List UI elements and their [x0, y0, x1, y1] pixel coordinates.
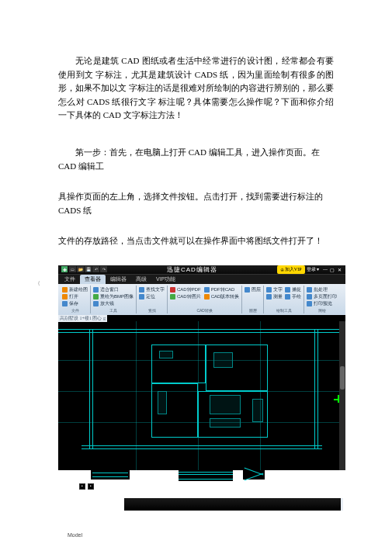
ribbon-group-convert: CAD转PDF CAD转图片 PDF转CAD CAD版本转换 CAD转换 — [168, 286, 242, 313]
ribbon-bmp[interactable]: 重绘为BMP图像 — [93, 293, 134, 300]
titlebar: ✚ ▭ 📂 💾 ↶ ↷ 迅捷CAD编辑器 ♔加入VIP 登录 ▾ ― ▢ ✕ — [58, 265, 345, 275]
group-label-tools: 工具 — [93, 308, 134, 313]
bmp-icon — [93, 294, 99, 300]
ribbon: 新建绘图 打开 保存 文件 适合窗口 重绘为BMP图像 放大镜 工具 查找文字 … — [58, 284, 345, 315]
fragment-icon-2: ▪ — [88, 483, 94, 490]
maximize-icon[interactable]: ▢ — [329, 266, 335, 272]
ribbon-group-annot: 文字 测量 捕捉 手绘 绘制工具 — [264, 286, 304, 313]
model-tab[interactable]: Model — [68, 532, 82, 538]
close-icon[interactable]: ✕ — [336, 266, 342, 272]
login-button[interactable]: 登录 ▾ — [307, 266, 320, 273]
vip-button[interactable]: ♔加入VIP — [277, 265, 305, 274]
screenshot-fragments: ▪ ▪ Model — [58, 470, 334, 544]
layer-icon — [245, 287, 250, 293]
save-icon — [62, 301, 68, 306]
step1-line-a: 第一步：首先，在电脑上打开 CAD 编辑工具，进入操作页面。在 CAD 编辑工 — [23, 146, 369, 173]
ribbon-findtext[interactable]: 查找文字 — [139, 286, 165, 293]
drawing-canvas[interactable]: 高别墅设 1+楼1 图心 g — [58, 315, 345, 470]
ribbon-save[interactable]: 保存 — [62, 300, 88, 307]
ribbon-layer[interactable]: 图层 — [245, 286, 261, 293]
group-label-annot: 绘制工具 — [266, 308, 301, 313]
tab-file[interactable]: 文件 — [60, 275, 80, 284]
batch-icon — [307, 287, 312, 293]
magnify-icon — [93, 301, 99, 306]
ribbon-fit[interactable]: 适合窗口 — [93, 286, 134, 293]
tab-advanced[interactable]: 高级 — [131, 275, 151, 284]
step1-line-c: 文件的存放路径，当点击文件就可以在操作界面中将图纸文件打开了！ — [23, 234, 369, 248]
ver-icon — [204, 294, 210, 300]
app-window: ✚ ▭ 📂 💾 ↶ ↷ 迅捷CAD编辑器 ♔加入VIP 登录 ▾ ― ▢ ✕ — [58, 265, 345, 470]
intro-paragraph: 无论是建筑 CAD 图纸或者生活中经常进行的设计图，经常都会有要使用到文 字标注… — [23, 54, 369, 123]
find-icon — [139, 287, 144, 293]
qat-save-icon[interactable]: 💾 — [85, 266, 92, 272]
ribbon-cadver[interactable]: CAD版本转换 — [204, 293, 240, 300]
group-label-convert: CAD转换 — [170, 308, 239, 313]
qat-new-icon[interactable]: ▭ — [69, 266, 76, 272]
hand-icon — [285, 294, 290, 300]
ribbon-magnify[interactable]: 放大镜 — [93, 300, 134, 307]
pdf2cad-icon — [204, 287, 210, 293]
ribbon-cad2img[interactable]: CAD转图片 — [170, 293, 201, 300]
print-icon — [307, 294, 312, 300]
ribbon-tabs: 文件 查看器 编辑器 高级 VIP功能 — [58, 275, 345, 284]
fragment-icon-1: ▪ — [79, 483, 85, 490]
group-label-file: 文件 — [62, 308, 88, 313]
minimize-icon[interactable]: ― — [322, 266, 328, 272]
tab-vip[interactable]: VIP功能 — [151, 275, 180, 284]
group-label-batch: 测绘 — [307, 308, 337, 313]
app-icon: ✚ — [61, 266, 68, 272]
side-marker: （ — [35, 279, 40, 287]
ribbon-locate[interactable]: 定位 — [139, 293, 165, 300]
open-icon — [62, 294, 68, 300]
img-icon — [170, 294, 175, 300]
ribbon-new[interactable]: 新建绘图 — [62, 286, 88, 293]
ribbon-group-layer: 图层 图层 — [242, 286, 264, 313]
pdf-icon — [170, 287, 175, 293]
drawing-content — [58, 321, 345, 470]
ribbon-pdf2cad[interactable]: PDF转CAD — [204, 286, 240, 293]
vertical-scrollbar[interactable] — [339, 321, 345, 470]
group-label-layer: 图层 — [245, 308, 261, 313]
ribbon-text[interactable]: 文字 — [266, 286, 283, 293]
text-icon — [266, 287, 272, 293]
scroll-thumb[interactable] — [340, 366, 345, 390]
tab-viewer[interactable]: 查看器 — [80, 275, 106, 284]
ribbon-multiprint[interactable]: 多页面打印 — [307, 293, 337, 300]
vip-label: 加入VIP — [285, 266, 302, 273]
locate-icon — [139, 294, 144, 300]
statusbar-fragment — [124, 498, 342, 511]
ribbon-snap[interactable]: 捕捉 — [285, 286, 301, 293]
ribbon-group-tools: 适合窗口 重绘为BMP图像 放大镜 工具 — [91, 286, 137, 313]
ribbon-measure[interactable]: 测量 — [266, 293, 283, 300]
preview-icon — [307, 301, 312, 306]
ribbon-open[interactable]: 打开 — [62, 293, 88, 300]
step1-line-b: 具操作页面的左上角，选择文件按钮。点击打开，找到需要进行标注的 CADS 纸 — [23, 190, 369, 217]
tab-editor[interactable]: 编辑器 — [106, 275, 131, 284]
ribbon-group-file: 新建绘图 打开 保存 文件 — [60, 286, 91, 313]
qat-open-icon[interactable]: 📂 — [77, 266, 84, 272]
snap-icon — [285, 287, 290, 293]
ribbon-group-batch: 批处理 多页面打印 打印预览 测绘 — [304, 286, 339, 313]
crown-icon: ♔ — [280, 267, 284, 272]
ribbon-preview[interactable]: 打印预览 — [307, 300, 337, 307]
quick-access-toolbar: ▭ 📂 💾 ↶ ↷ — [69, 266, 107, 272]
ribbon-batch[interactable]: 批处理 — [307, 286, 337, 293]
app-title: 迅捷CAD编辑器 — [167, 265, 217, 274]
fit-icon — [93, 287, 99, 293]
floorplan — [151, 345, 268, 438]
drawing-caption: 高别墅设 1+楼1 图心 g — [58, 315, 107, 322]
ribbon-cad2pdf[interactable]: CAD转PDF — [170, 286, 201, 293]
new-icon — [62, 287, 68, 293]
measure-icon — [266, 294, 272, 300]
cad-screenshot: ✚ ▭ 📂 💾 ↶ ↷ 迅捷CAD编辑器 ♔加入VIP 登录 ▾ ― ▢ ✕ — [58, 265, 345, 470]
ribbon-hand[interactable]: 手绘 — [285, 293, 301, 300]
group-label-find: 查找 — [139, 308, 165, 313]
qat-redo-icon[interactable]: ↷ — [100, 266, 107, 272]
qat-undo-icon[interactable]: ↶ — [92, 266, 99, 272]
ribbon-group-find: 查找文字 定位 查找 — [137, 286, 168, 313]
